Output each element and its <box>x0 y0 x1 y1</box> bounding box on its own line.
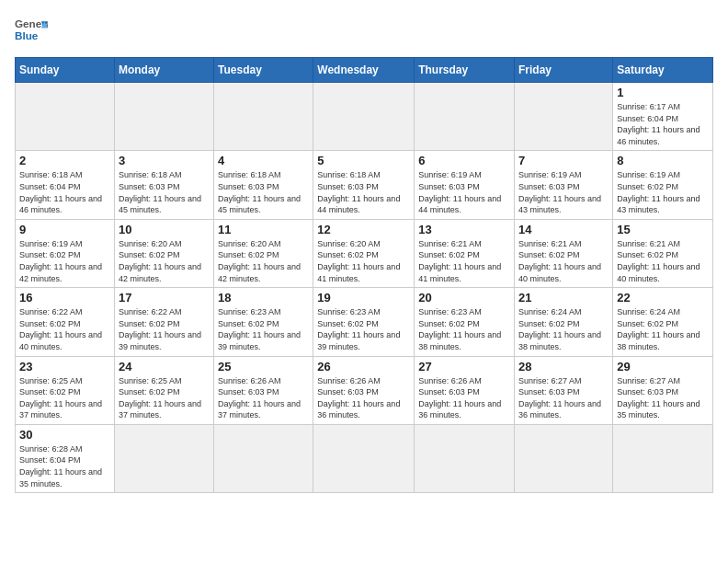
day-number: 5 <box>317 154 410 167</box>
day-info: Sunrise: 6:21 AM Sunset: 6:02 PM Dayligh… <box>418 238 510 284</box>
page: General Blue SundayMondayTuesdayWednesda… <box>0 0 728 508</box>
day-number: 26 <box>317 360 410 373</box>
day-info: Sunrise: 6:18 AM Sunset: 6:03 PM Dayligh… <box>218 169 309 215</box>
calendar-body: 1Sunrise: 6:17 AM Sunset: 6:04 PM Daylig… <box>16 83 713 493</box>
calendar-cell: 10Sunrise: 6:20 AM Sunset: 6:02 PM Dayli… <box>114 219 213 287</box>
weekday-header-saturday: Saturday <box>613 58 713 83</box>
calendar-cell: 4Sunrise: 6:18 AM Sunset: 6:03 PM Daylig… <box>214 151 313 219</box>
day-number: 25 <box>218 360 309 373</box>
day-info: Sunrise: 6:26 AM Sunset: 6:03 PM Dayligh… <box>317 375 410 421</box>
calendar-row: 30Sunrise: 6:28 AM Sunset: 6:04 PM Dayli… <box>16 424 713 492</box>
calendar-cell: 21Sunrise: 6:24 AM Sunset: 6:02 PM Dayli… <box>515 288 613 356</box>
day-info: Sunrise: 6:20 AM Sunset: 6:02 PM Dayligh… <box>317 238 410 284</box>
calendar-cell: 18Sunrise: 6:23 AM Sunset: 6:02 PM Dayli… <box>214 288 313 356</box>
calendar-header: SundayMondayTuesdayWednesdayThursdayFrid… <box>16 58 713 83</box>
calendar-row: 9Sunrise: 6:19 AM Sunset: 6:02 PM Daylig… <box>16 219 713 287</box>
day-number: 13 <box>418 223 510 236</box>
calendar-cell: 22Sunrise: 6:24 AM Sunset: 6:02 PM Dayli… <box>613 288 713 356</box>
day-number: 7 <box>518 154 609 167</box>
calendar-row: 16Sunrise: 6:22 AM Sunset: 6:02 PM Dayli… <box>16 288 713 356</box>
day-number: 27 <box>418 360 510 373</box>
day-info: Sunrise: 6:23 AM Sunset: 6:02 PM Dayligh… <box>218 306 309 352</box>
day-info: Sunrise: 6:27 AM Sunset: 6:03 PM Dayligh… <box>518 375 609 421</box>
calendar-cell: 11Sunrise: 6:20 AM Sunset: 6:02 PM Dayli… <box>214 219 313 287</box>
day-number: 29 <box>617 360 709 373</box>
weekday-header-wednesday: Wednesday <box>313 58 415 83</box>
day-info: Sunrise: 6:19 AM Sunset: 6:02 PM Dayligh… <box>19 238 110 284</box>
calendar-table: SundayMondayTuesdayWednesdayThursdayFrid… <box>15 57 713 493</box>
calendar-cell <box>515 424 613 492</box>
calendar-cell: 8Sunrise: 6:19 AM Sunset: 6:02 PM Daylig… <box>613 151 713 219</box>
day-number: 1 <box>617 86 709 99</box>
calendar-cell: 1Sunrise: 6:17 AM Sunset: 6:04 PM Daylig… <box>613 83 713 151</box>
day-number: 10 <box>119 223 210 236</box>
day-info: Sunrise: 6:27 AM Sunset: 6:03 PM Dayligh… <box>617 375 709 421</box>
day-number: 3 <box>119 154 210 167</box>
day-info: Sunrise: 6:24 AM Sunset: 6:02 PM Dayligh… <box>518 306 609 352</box>
day-number: 11 <box>218 223 309 236</box>
calendar-cell: 17Sunrise: 6:22 AM Sunset: 6:02 PM Dayli… <box>114 288 213 356</box>
header: General Blue <box>15 15 713 48</box>
weekday-header-thursday: Thursday <box>415 58 515 83</box>
calendar-cell: 6Sunrise: 6:19 AM Sunset: 6:03 PM Daylig… <box>415 151 515 219</box>
day-info: Sunrise: 6:19 AM Sunset: 6:02 PM Dayligh… <box>617 169 709 215</box>
calendar-row: 2Sunrise: 6:18 AM Sunset: 6:04 PM Daylig… <box>16 151 713 219</box>
day-number: 16 <box>19 291 110 304</box>
day-number: 20 <box>418 291 510 304</box>
calendar-cell <box>313 424 415 492</box>
day-info: Sunrise: 6:26 AM Sunset: 6:03 PM Dayligh… <box>418 375 510 421</box>
calendar-row: 23Sunrise: 6:25 AM Sunset: 6:02 PM Dayli… <box>16 356 713 424</box>
calendar-cell: 26Sunrise: 6:26 AM Sunset: 6:03 PM Dayli… <box>313 356 415 424</box>
day-info: Sunrise: 6:21 AM Sunset: 6:02 PM Dayligh… <box>518 238 609 284</box>
day-number: 9 <box>19 223 110 236</box>
day-info: Sunrise: 6:26 AM Sunset: 6:03 PM Dayligh… <box>218 375 309 421</box>
weekday-header-monday: Monday <box>114 58 213 83</box>
calendar-cell: 28Sunrise: 6:27 AM Sunset: 6:03 PM Dayli… <box>515 356 613 424</box>
calendar-cell: 2Sunrise: 6:18 AM Sunset: 6:04 PM Daylig… <box>16 151 115 219</box>
calendar-cell <box>16 83 115 151</box>
calendar-cell <box>114 83 213 151</box>
calendar-cell: 29Sunrise: 6:27 AM Sunset: 6:03 PM Dayli… <box>613 356 713 424</box>
day-number: 2 <box>19 154 110 167</box>
weekday-header-sunday: Sunday <box>16 58 115 83</box>
day-info: Sunrise: 6:28 AM Sunset: 6:04 PM Dayligh… <box>19 443 110 489</box>
weekday-header-friday: Friday <box>515 58 613 83</box>
day-number: 8 <box>617 154 709 167</box>
day-info: Sunrise: 6:18 AM Sunset: 6:03 PM Dayligh… <box>317 169 410 215</box>
day-info: Sunrise: 6:18 AM Sunset: 6:03 PM Dayligh… <box>119 169 210 215</box>
day-number: 23 <box>19 360 110 373</box>
day-number: 4 <box>218 154 309 167</box>
day-info: Sunrise: 6:20 AM Sunset: 6:02 PM Dayligh… <box>218 238 309 284</box>
day-info: Sunrise: 6:19 AM Sunset: 6:03 PM Dayligh… <box>418 169 510 215</box>
svg-text:Blue: Blue <box>15 29 39 41</box>
calendar-cell <box>415 424 515 492</box>
day-number: 21 <box>518 291 609 304</box>
calendar-cell: 25Sunrise: 6:26 AM Sunset: 6:03 PM Dayli… <box>214 356 313 424</box>
calendar-cell: 13Sunrise: 6:21 AM Sunset: 6:02 PM Dayli… <box>415 219 515 287</box>
day-number: 12 <box>317 223 410 236</box>
day-info: Sunrise: 6:23 AM Sunset: 6:02 PM Dayligh… <box>418 306 510 352</box>
day-number: 24 <box>119 360 210 373</box>
calendar-cell: 20Sunrise: 6:23 AM Sunset: 6:02 PM Dayli… <box>415 288 515 356</box>
calendar-cell <box>415 83 515 151</box>
calendar-row: 1Sunrise: 6:17 AM Sunset: 6:04 PM Daylig… <box>16 83 713 151</box>
calendar-cell: 19Sunrise: 6:23 AM Sunset: 6:02 PM Dayli… <box>313 288 415 356</box>
day-number: 18 <box>218 291 309 304</box>
day-number: 30 <box>19 428 110 442</box>
calendar-cell <box>313 83 415 151</box>
logo: General Blue <box>15 15 48 48</box>
day-info: Sunrise: 6:18 AM Sunset: 6:04 PM Dayligh… <box>19 169 110 215</box>
day-info: Sunrise: 6:20 AM Sunset: 6:02 PM Dayligh… <box>119 238 210 284</box>
calendar-cell <box>114 424 213 492</box>
calendar-cell: 30Sunrise: 6:28 AM Sunset: 6:04 PM Dayli… <box>16 424 115 492</box>
day-number: 17 <box>119 291 210 304</box>
weekday-header-tuesday: Tuesday <box>214 58 313 83</box>
day-number: 28 <box>518 360 609 373</box>
generalblue-logo-icon: General Blue <box>15 15 48 48</box>
calendar-cell: 24Sunrise: 6:25 AM Sunset: 6:02 PM Dayli… <box>114 356 213 424</box>
day-info: Sunrise: 6:17 AM Sunset: 6:04 PM Dayligh… <box>617 101 709 147</box>
calendar-cell: 3Sunrise: 6:18 AM Sunset: 6:03 PM Daylig… <box>114 151 213 219</box>
day-number: 14 <box>518 223 609 236</box>
calendar-cell <box>214 424 313 492</box>
day-number: 19 <box>317 291 410 304</box>
